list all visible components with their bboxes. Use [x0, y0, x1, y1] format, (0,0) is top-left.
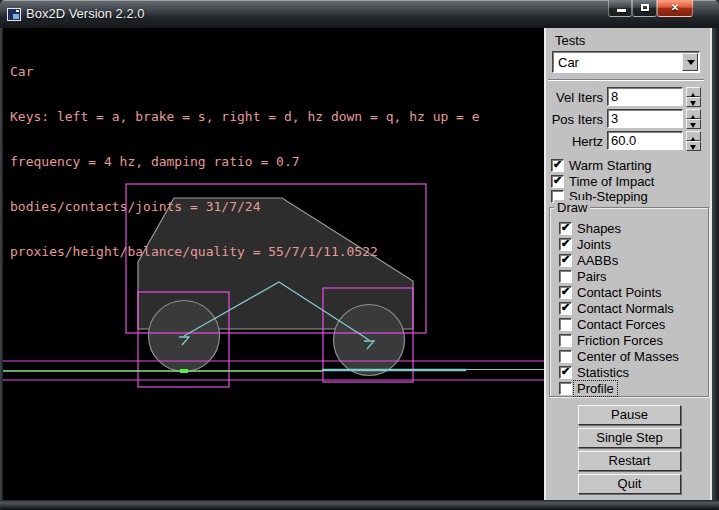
- hertz-stepper[interactable]: [686, 131, 701, 151]
- checkbox-box[interactable]: [559, 222, 572, 235]
- checkbox-label: Joints: [577, 237, 611, 252]
- spin-up-button[interactable]: [686, 131, 701, 141]
- quit-button[interactable]: Quit: [578, 474, 681, 494]
- window-border-bottom: [0, 500, 719, 510]
- spin-up-button[interactable]: [686, 109, 701, 119]
- contact-point: [180, 369, 188, 373]
- checkbox-box[interactable]: [559, 366, 572, 379]
- minimize-button[interactable]: [608, 0, 632, 17]
- checkbox-box[interactable]: [559, 382, 572, 395]
- hertz-input[interactable]: [607, 131, 683, 150]
- checkbox-label: Friction Forces: [577, 333, 663, 348]
- draw-group-title: Draw: [554, 200, 590, 215]
- frequency-line: frequency = 4 hz, damping ratio = 0.7: [10, 154, 480, 169]
- maximize-icon: [641, 4, 649, 11]
- arrow-down-icon: [690, 123, 696, 131]
- close-icon: ✕: [658, 2, 692, 13]
- checkbox-box[interactable]: [551, 159, 564, 172]
- app-icon: [7, 8, 21, 21]
- checkbox-box[interactable]: [559, 318, 572, 331]
- vel-iters-input[interactable]: [607, 87, 683, 106]
- pos-iters-stepper[interactable]: [686, 109, 701, 129]
- checkbox-box[interactable]: [559, 302, 572, 315]
- pause-button[interactable]: Pause: [578, 405, 681, 425]
- window-border-left: [0, 28, 3, 500]
- arrow-down-icon: [690, 145, 696, 153]
- close-button[interactable]: ✕: [657, 0, 693, 17]
- window-border-right: [712, 28, 719, 500]
- simulation-canvas[interactable]: Car Keys: left = a, brake = s, right = d…: [3, 28, 544, 500]
- spin-up-button[interactable]: [686, 87, 701, 97]
- checkbox-box[interactable]: [559, 238, 572, 251]
- checkbox-label: Warm Starting: [569, 158, 652, 173]
- checkbox-box[interactable]: [559, 254, 572, 267]
- checkbox-label: Pairs: [577, 269, 607, 284]
- checkbox-label: Time of Impact: [569, 174, 654, 189]
- checkbox-label: AABBs: [577, 253, 618, 268]
- checkbox-label: Contact Forces: [577, 317, 665, 332]
- checkbox-box[interactable]: [559, 350, 572, 363]
- checkbox-label: Profile: [574, 381, 617, 396]
- spin-down-button[interactable]: [686, 119, 701, 129]
- arrow-down-icon: [690, 101, 696, 109]
- checkbox-label: Contact Normals: [577, 301, 674, 316]
- checkbox-label: Shapes: [577, 221, 621, 236]
- single-step-button[interactable]: Single Step: [578, 428, 681, 448]
- restart-button[interactable]: Restart: [578, 451, 681, 471]
- control-panel: Tests Car Vel Iters Pos Iters Hertz: [544, 28, 712, 500]
- checkbox-box[interactable]: [551, 175, 564, 188]
- vel-iters-label: Vel Iters: [546, 90, 603, 105]
- proxies-stats-line: proxies/height/balance/quality = 55/7/1/…: [10, 244, 480, 259]
- bodies-stats-line: bodies/contacts/joints = 31/7/24: [10, 199, 480, 214]
- hertz-label: Hertz: [546, 134, 603, 149]
- window-title: Box2D Version 2.2.0: [26, 6, 145, 21]
- pos-iters-input[interactable]: [607, 109, 683, 128]
- vel-iters-stepper[interactable]: [686, 87, 701, 107]
- debug-stats: Car Keys: left = a, brake = s, right = d…: [10, 34, 480, 289]
- checkbox-box[interactable]: [559, 334, 572, 347]
- spin-down-button[interactable]: [686, 141, 701, 151]
- chevron-down-icon: [687, 60, 695, 69]
- maximize-button[interactable]: [632, 0, 657, 17]
- tests-label: Tests: [555, 33, 585, 48]
- test-title: Car: [10, 64, 480, 79]
- titlebar[interactable]: Box2D Version 2.2.0 ✕: [0, 0, 719, 28]
- spin-down-button[interactable]: [686, 97, 701, 107]
- tests-dropdown[interactable]: Car: [552, 51, 700, 73]
- pos-iters-label: Pos Iters: [546, 112, 603, 127]
- tests-dropdown-value: Car: [558, 55, 579, 70]
- checkbox-label: Contact Points: [577, 285, 662, 300]
- minimize-icon: [617, 9, 626, 12]
- checkbox-box[interactable]: [559, 270, 572, 283]
- dropdown-arrow-button[interactable]: [682, 53, 698, 71]
- checkbox-label: Center of Masses: [577, 349, 679, 364]
- separator: [548, 79, 704, 81]
- app-window: Box2D Version 2.2.0 ✕ Car Keys: left = a…: [0, 0, 719, 510]
- keys-help-line: Keys: left = a, brake = s, right = d, hz…: [10, 109, 480, 124]
- checkbox-label: Statistics: [577, 365, 629, 380]
- checkbox-box[interactable]: [559, 286, 572, 299]
